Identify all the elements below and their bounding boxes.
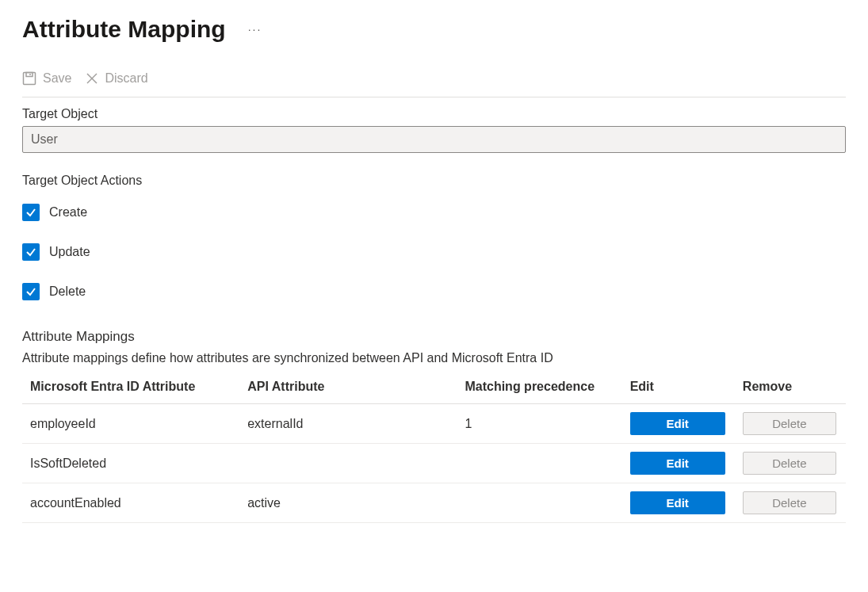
delete-button[interactable]: Delete [743, 412, 836, 435]
mappings-table: Microsoft Entra ID Attribute API Attribu… [22, 373, 846, 523]
table-row: accountEnabled active Edit Delete [22, 483, 846, 523]
mappings-heading: Attribute Mappings [22, 329, 846, 345]
cell-precedence [457, 483, 621, 523]
mappings-description: Attribute mappings define how attributes… [22, 351, 846, 365]
edit-button[interactable]: Edit [630, 412, 725, 435]
cell-precedence: 1 [457, 404, 621, 444]
edit-button[interactable]: Edit [630, 452, 725, 475]
checkbox-row-create: Create [22, 204, 846, 221]
check-icon [25, 286, 36, 297]
target-object-input[interactable] [22, 126, 846, 153]
table-row: employeeId externalId 1 Edit Delete [22, 404, 846, 444]
save-button[interactable]: Save [22, 71, 71, 86]
checkbox-row-update: Update [22, 243, 846, 261]
save-label: Save [43, 71, 71, 86]
checkbox-label-create: Create [49, 205, 87, 220]
page-title: Attribute Mapping [22, 16, 226, 43]
cell-precedence [457, 444, 621, 483]
target-actions-label: Target Object Actions [22, 174, 846, 188]
checkbox-label-update: Update [49, 245, 90, 259]
discard-label: Discard [105, 71, 147, 86]
edit-button[interactable]: Edit [630, 491, 725, 514]
cell-entra: employeeId [22, 404, 239, 444]
cell-api [239, 444, 457, 483]
checkbox-label-delete: Delete [49, 285, 86, 299]
col-entra: Microsoft Entra ID Attribute [22, 373, 239, 404]
checkbox-delete[interactable] [22, 283, 40, 300]
target-object-label: Target Object [22, 107, 846, 121]
discard-button[interactable]: Discard [86, 71, 147, 86]
check-icon [25, 246, 36, 258]
col-precedence: Matching precedence [457, 373, 621, 404]
save-icon [22, 71, 36, 86]
col-api: API Attribute [239, 373, 457, 404]
cell-api: active [239, 483, 457, 523]
close-icon [86, 72, 98, 85]
table-row: IsSoftDeleted Edit Delete [22, 444, 846, 483]
col-remove: Remove [735, 373, 846, 404]
more-icon[interactable]: ··· [248, 23, 262, 36]
cell-api: externalId [239, 404, 457, 444]
checkbox-row-delete: Delete [22, 283, 846, 300]
cell-entra: IsSoftDeleted [22, 444, 239, 483]
col-edit: Edit [622, 373, 735, 404]
delete-button[interactable]: Delete [743, 452, 836, 475]
checkbox-update[interactable] [22, 243, 40, 261]
svg-rect-1 [26, 73, 33, 77]
checkbox-create[interactable] [22, 204, 40, 221]
delete-button[interactable]: Delete [743, 491, 836, 514]
cell-entra: accountEnabled [22, 483, 239, 523]
check-icon [25, 207, 36, 218]
toolbar: Save Discard [22, 71, 846, 97]
svg-rect-0 [24, 73, 36, 85]
